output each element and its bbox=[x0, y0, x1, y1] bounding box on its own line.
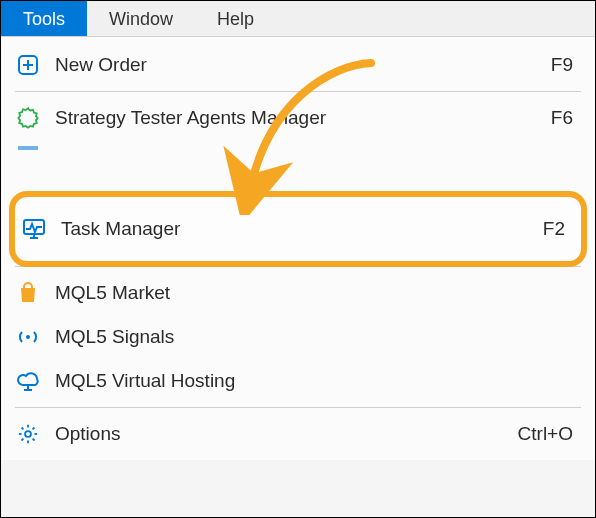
svg-line-14 bbox=[33, 439, 35, 441]
tools-menu-tab[interactable]: Tools bbox=[1, 1, 87, 36]
mql5-signals-label: MQL5 Signals bbox=[41, 326, 573, 348]
braces-icon bbox=[15, 239, 41, 265]
options-label: Options bbox=[41, 423, 518, 445]
help-menu-tab[interactable]: Help bbox=[195, 1, 276, 36]
menu-bar: Tools Window Help bbox=[1, 1, 595, 37]
mql5-market-item[interactable]: MQL5 Market bbox=[1, 271, 595, 315]
tools-dropdown-panel: New Order F9 Strategy Tester Agents Mana… bbox=[1, 37, 595, 460]
highlight-spacer bbox=[1, 164, 595, 242]
strategy-tester-label: Strategy Tester Agents Manager bbox=[41, 107, 551, 129]
new-order-label: New Order bbox=[41, 54, 551, 76]
separator bbox=[15, 407, 581, 408]
separator bbox=[15, 91, 581, 92]
mql5-hosting-item[interactable]: MQL5 Virtual Hosting bbox=[1, 359, 595, 403]
metaquotes-editor-item[interactable] bbox=[1, 140, 595, 164]
svg-point-5 bbox=[26, 335, 30, 339]
window-menu-tab[interactable]: Window bbox=[87, 1, 195, 36]
editor-icon bbox=[15, 139, 41, 165]
svg-line-13 bbox=[21, 427, 23, 429]
strategy-tester-item[interactable]: Strategy Tester Agents Manager F6 bbox=[1, 96, 595, 140]
cloud-icon bbox=[15, 368, 41, 394]
separator bbox=[15, 266, 581, 267]
mql5-signals-item[interactable]: MQL5 Signals bbox=[1, 315, 595, 359]
mql5-hosting-label: MQL5 Virtual Hosting bbox=[41, 370, 573, 392]
svg-line-15 bbox=[21, 439, 23, 441]
svg-line-16 bbox=[33, 427, 35, 429]
options-item[interactable]: Options Ctrl+O bbox=[1, 412, 595, 456]
tools-menu-screenshot: Tools Window Help New Order F9 Strat bbox=[0, 0, 596, 518]
global-variables-item[interactable] bbox=[1, 242, 595, 262]
svg-rect-4 bbox=[18, 251, 38, 253]
strategy-tester-shortcut: F6 bbox=[551, 107, 573, 129]
gear-badge-icon bbox=[15, 105, 41, 131]
svg-point-8 bbox=[25, 431, 31, 437]
gear-icon bbox=[15, 421, 41, 447]
new-order-item[interactable]: New Order F9 bbox=[1, 43, 595, 87]
new-order-shortcut: F9 bbox=[551, 54, 573, 76]
shopping-bag-icon bbox=[15, 280, 41, 306]
svg-rect-3 bbox=[18, 146, 38, 150]
new-order-icon bbox=[15, 52, 41, 78]
mql5-market-label: MQL5 Market bbox=[41, 282, 573, 304]
options-shortcut: Ctrl+O bbox=[518, 423, 573, 445]
broadcast-icon bbox=[15, 324, 41, 350]
